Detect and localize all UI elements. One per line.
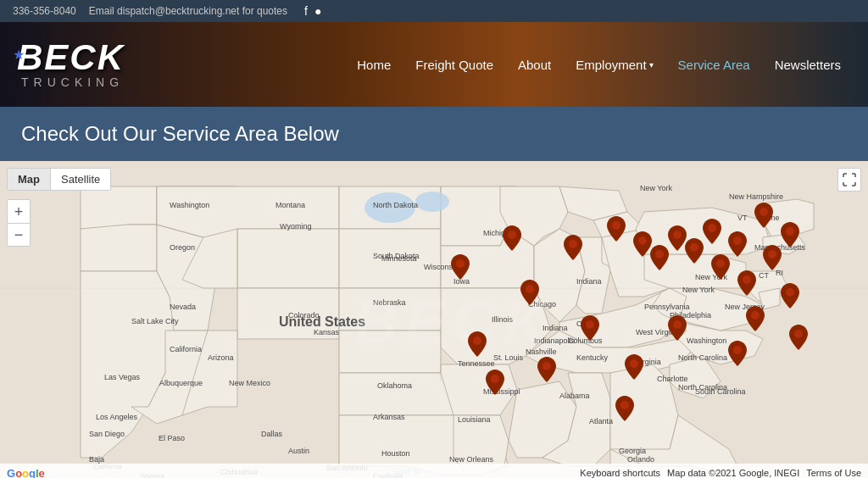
nav-employment[interactable]: Employment ▾: [565, 51, 663, 79]
map-pin[interactable]: [668, 315, 687, 344]
svg-text:New Mexico: New Mexico: [229, 379, 270, 387]
map-pin[interactable]: [633, 231, 652, 260]
nav-home[interactable]: Home: [347, 51, 401, 79]
svg-point-135: [690, 243, 698, 252]
map-pin[interactable]: [468, 331, 487, 360]
svg-text:Indiana: Indiana: [576, 277, 602, 286]
nav-newsletters[interactable]: Newsletters: [765, 51, 851, 79]
svg-point-134: [673, 231, 682, 239]
map-type-satellite-btn[interactable]: Satellite: [51, 169, 110, 190]
svg-text:Washington: Washington: [687, 336, 726, 345]
map-pin[interactable]: [668, 225, 687, 254]
svg-text:Pennsylvania: Pennsylvania: [644, 303, 690, 311]
nav-freight-quote[interactable]: Freight Quote: [405, 51, 504, 79]
svg-text:Salt Lake City: Salt Lake City: [131, 317, 179, 325]
map-pin[interactable]: [763, 245, 782, 274]
svg-text:New Orleans: New Orleans: [449, 455, 494, 464]
logo-main: BECK: [17, 40, 125, 75]
svg-point-153: [620, 401, 629, 409]
zoom-in-btn[interactable]: +: [7, 199, 31, 223]
fullscreen-btn[interactable]: [837, 168, 861, 192]
map-pin[interactable]: [581, 315, 599, 344]
logo-star: ★: [13, 47, 25, 63]
map-svg: Gulf of Salt Lake City Las Vegas Los Ang…: [0, 161, 868, 478]
map-footer: Google Keyboard shortcuts Map data ©2021…: [0, 464, 868, 478]
facebook-icon[interactable]: f: [304, 4, 308, 18]
svg-point-138: [733, 236, 742, 245]
svg-text:Montana: Montana: [275, 201, 305, 209]
svg-text:California: California: [170, 345, 202, 353]
svg-point-52: [415, 192, 449, 212]
map-pin[interactable]: [703, 219, 721, 247]
svg-text:St. Louis: St. Louis: [493, 353, 524, 362]
map-pin[interactable]: [781, 283, 799, 312]
svg-text:North Carolina: North Carolina: [678, 383, 727, 392]
svg-point-127: [456, 259, 465, 268]
svg-point-132: [638, 236, 647, 245]
google-logo: Google: [7, 467, 45, 479]
zoom-controls: + −: [7, 199, 31, 247]
terms-link[interactable]: Terms of Use: [806, 468, 861, 478]
map-pin[interactable]: [789, 325, 808, 353]
email-link[interactable]: dispatch@becktrucking.net: [117, 5, 239, 17]
map-pin[interactable]: [728, 231, 747, 260]
svg-text:North Dakota: North Dakota: [373, 201, 418, 209]
map-pin[interactable]: [711, 254, 730, 283]
map-type-map-btn[interactable]: Map: [8, 169, 50, 190]
svg-text:United States: United States: [279, 314, 365, 329]
nav-service-area[interactable]: Service Area: [668, 51, 760, 79]
svg-text:Charlotte: Charlotte: [657, 375, 688, 383]
map-pin[interactable]: [564, 235, 582, 264]
svg-text:Orlando: Orlando: [627, 455, 654, 464]
top-bar: 336-356-8040 Email dispatch@becktrucking…: [0, 0, 868, 22]
phone-number[interactable]: 336-356-8040: [13, 5, 76, 17]
map-pin[interactable]: [615, 396, 634, 425]
svg-point-151: [630, 359, 638, 368]
map-container[interactable]: Gulf of Salt Lake City Las Vegas Los Ang…: [0, 161, 868, 478]
svg-point-148: [473, 336, 481, 345]
svg-text:Nevada: Nevada: [170, 303, 196, 311]
svg-text:Louisiana: Louisiana: [458, 415, 491, 424]
logo[interactable]: ★ BECK TRUCKING: [17, 40, 125, 89]
svg-text:Oklahoma: Oklahoma: [377, 381, 412, 390]
instagram-icon[interactable]: ●: [314, 4, 321, 18]
map-pin[interactable]: [486, 370, 504, 398]
map-pin[interactable]: [451, 254, 470, 283]
map-pin[interactable]: [537, 357, 556, 386]
map-pin[interactable]: [625, 354, 643, 383]
map-pin[interactable]: [781, 222, 799, 251]
svg-text:Dallas: Dallas: [261, 430, 283, 438]
map-footer-right: Keyboard shortcuts Map data ©2021 Google…: [580, 468, 861, 478]
map-pin[interactable]: [737, 270, 756, 299]
fullscreen-icon: [843, 173, 856, 186]
svg-point-137: [716, 259, 725, 268]
main-nav: Home Freight Quote About Employment ▾ Se…: [347, 51, 851, 79]
map-pin[interactable]: [503, 225, 521, 254]
svg-text:Oregon: Oregon: [170, 243, 195, 252]
map-pin[interactable]: [520, 280, 539, 308]
map-pin[interactable]: [650, 245, 669, 274]
svg-point-140: [751, 311, 760, 320]
zoom-out-btn[interactable]: −: [7, 223, 31, 247]
map-data-copyright: Map data ©2021 Google, INEGI: [667, 468, 799, 478]
svg-point-145: [794, 330, 803, 338]
nav-about[interactable]: About: [508, 51, 561, 79]
svg-point-128: [508, 231, 516, 239]
svg-text:VT: VT: [737, 214, 748, 222]
keyboard-shortcuts-link[interactable]: Keyboard shortcuts: [580, 468, 660, 478]
svg-text:Alabama: Alabama: [559, 392, 590, 400]
map-pin[interactable]: [685, 238, 704, 267]
map-pin[interactable]: [728, 341, 747, 370]
svg-text:New York: New York: [682, 286, 715, 294]
map-pin[interactable]: [607, 216, 626, 245]
map-pin[interactable]: [746, 306, 765, 335]
map-pin[interactable]: [754, 203, 773, 231]
svg-text:Illinois: Illinois: [492, 315, 514, 324]
social-icons: f ●: [304, 4, 321, 18]
svg-text:Kansas: Kansas: [314, 328, 340, 336]
svg-point-152: [733, 346, 742, 354]
svg-text:Nebraska: Nebraska: [373, 298, 406, 307]
svg-text:El Paso: El Paso: [159, 434, 185, 442]
svg-point-144: [786, 288, 794, 297]
svg-text:Houston: Houston: [381, 449, 410, 458]
